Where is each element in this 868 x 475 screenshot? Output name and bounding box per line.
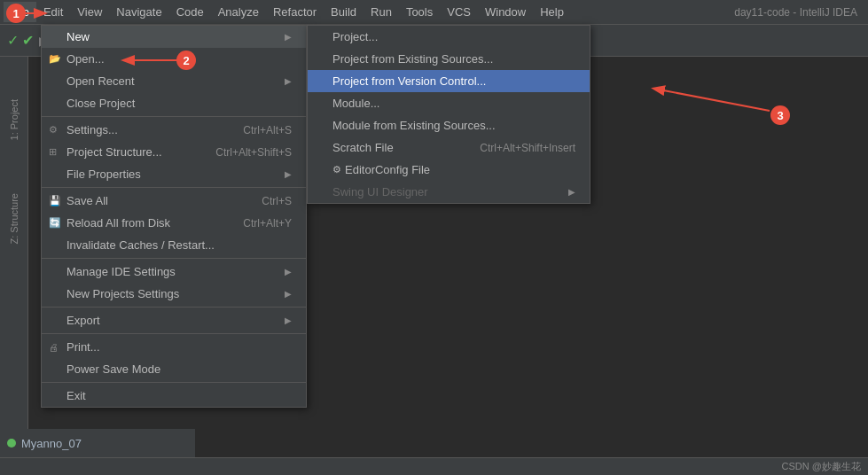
menu-refactor[interactable]: Refactor xyxy=(266,2,324,22)
user-bar: Myanno_07 xyxy=(0,429,195,457)
new-submenu-scratch-file[interactable]: Scratch File Ctrl+Alt+Shift+Insert xyxy=(308,136,590,159)
save-icon: 💾 xyxy=(49,195,61,206)
left-sidebar: 1: Project Z: Structure xyxy=(0,57,28,475)
new-submenu-editor-config[interactable]: ⚙ EditorConfig File xyxy=(308,159,590,181)
window-title: day11-code - IntelliJ IDEA xyxy=(734,6,864,19)
project-structure-icon: ⊞ xyxy=(49,146,57,158)
menu-item-save-all[interactable]: 💾 Save All Ctrl+S xyxy=(42,190,306,212)
menu-edit[interactable]: Edit xyxy=(36,2,70,22)
structure-label: Z: Structure xyxy=(9,193,20,244)
check-icon: ✔ xyxy=(22,32,34,49)
menu-item-invalidate-caches[interactable]: Invalidate Caches / Restart... xyxy=(42,234,306,256)
menu-bar: File Edit View Navigate Code Analyze Ref… xyxy=(0,0,868,25)
separator-3 xyxy=(42,258,306,259)
csdn-label: CSDN @妙趣生花 xyxy=(782,460,861,473)
project-label: 1: Project xyxy=(9,99,20,140)
settings-icon: ⚙ xyxy=(49,124,58,136)
menu-analyze[interactable]: Analyze xyxy=(211,2,266,22)
new-submenu-from-vcs[interactable]: Project from Version Control... xyxy=(308,70,590,92)
checkmark-icon: ✓ xyxy=(7,32,19,49)
menu-window[interactable]: Window xyxy=(478,2,533,22)
menu-item-print[interactable]: 🖨 Print... xyxy=(42,336,306,358)
menu-item-file-props[interactable]: File Properties xyxy=(42,163,306,185)
reload-icon: 🔄 xyxy=(49,217,61,229)
user-status-dot xyxy=(7,439,16,448)
new-submenu-module[interactable]: Module... xyxy=(308,92,590,114)
menu-item-new[interactable]: New xyxy=(42,26,306,48)
menu-code[interactable]: Code xyxy=(169,2,211,22)
menu-item-reload[interactable]: 🔄 Reload All from Disk Ctrl+Alt+Y xyxy=(42,212,306,234)
menu-item-open[interactable]: 📂 Open... xyxy=(42,48,306,70)
new-submenu-module-from-existing[interactable]: Module from Existing Sources... xyxy=(308,114,590,136)
menu-item-exit[interactable]: Exit xyxy=(42,385,306,407)
separator-4 xyxy=(42,307,306,308)
file-menu-dropdown: New 📂 Open... Open Recent Close Project … xyxy=(41,25,307,408)
new-submenu-from-existing[interactable]: Project from Existing Sources... xyxy=(308,48,590,70)
menu-item-project-structure[interactable]: ⊞ Project Structure... Ctrl+Alt+Shift+S xyxy=(42,141,306,163)
separator-5 xyxy=(42,333,306,334)
menu-item-open-recent[interactable]: Open Recent xyxy=(42,70,306,92)
menu-item-export[interactable]: Export xyxy=(42,309,306,331)
menu-tools[interactable]: Tools xyxy=(399,2,440,22)
menu-item-manage-ide-settings[interactable]: Manage IDE Settings xyxy=(42,261,306,283)
menu-item-power-save[interactable]: Power Save Mode xyxy=(42,358,306,380)
menu-run[interactable]: Run xyxy=(364,2,399,22)
separator-1 xyxy=(42,116,306,117)
menu-view[interactable]: View xyxy=(70,2,109,22)
menu-file[interactable]: File xyxy=(4,2,36,22)
bottom-bar: CSDN @妙趣生花 xyxy=(0,457,868,475)
new-submenu: Project... Project from Existing Sources… xyxy=(307,25,590,204)
menu-item-new-projects-settings[interactable]: New Projects Settings xyxy=(42,283,306,305)
menu-help[interactable]: Help xyxy=(533,2,571,22)
new-submenu-project[interactable]: Project... xyxy=(308,26,590,48)
print-icon: 🖨 xyxy=(49,342,59,353)
username: Myanno_07 xyxy=(21,437,82,450)
menu-item-settings[interactable]: ⚙ Settings... Ctrl+Alt+S xyxy=(42,119,306,141)
menu-item-close-project[interactable]: Close Project xyxy=(42,92,306,114)
menu-navigate[interactable]: Navigate xyxy=(109,2,168,22)
open-icon: 📂 xyxy=(49,53,61,65)
separator-2 xyxy=(42,187,306,188)
menu-vcs[interactable]: VCS xyxy=(440,2,478,22)
new-submenu-swing-ui: Swing UI Designer xyxy=(308,181,590,203)
separator-6 xyxy=(42,382,306,383)
menu-build[interactable]: Build xyxy=(324,2,364,22)
editor-config-icon: ⚙ xyxy=(332,164,341,175)
